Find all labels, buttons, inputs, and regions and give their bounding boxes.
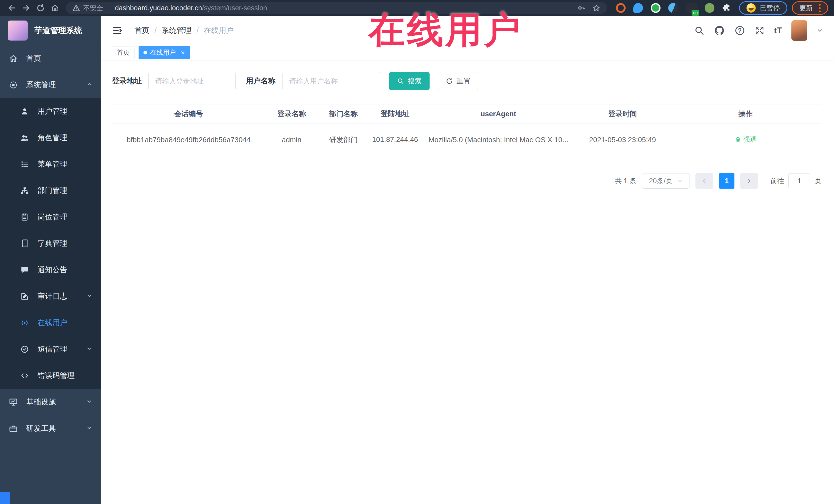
browser-update-button[interactable]: 更新: [792, 1, 828, 15]
sidebar-item-system-management[interactable]: 系统管理: [0, 72, 101, 98]
sidebar-item-dict-management[interactable]: 字典管理: [0, 230, 101, 257]
font-size-button[interactable]: tT: [774, 25, 782, 36]
fullscreen-button[interactable]: [754, 25, 765, 36]
sidebar-item-online-users[interactable]: 在线用户: [0, 309, 101, 336]
caret-down-icon: [816, 27, 823, 34]
sidebar-item-label: 字典管理: [38, 238, 67, 249]
login-address-input[interactable]: [148, 72, 236, 90]
home-icon: [9, 54, 18, 63]
table-header-row: 会话编号 登录名称 部门名称 登陆地址 userAgent 登录时间 操作: [112, 105, 821, 124]
sidebar-item-dev-tools[interactable]: 研发工具: [0, 415, 101, 442]
refresh-icon: [446, 78, 453, 85]
pagination-total: 共 1 条: [615, 176, 636, 185]
profile-emoji-icon: [746, 3, 756, 13]
chevron-right-icon: [746, 178, 752, 184]
browser-menu-icon[interactable]: [819, 4, 821, 12]
profile-paused-pill[interactable]: 已暂停: [739, 1, 787, 15]
login-address-label: 登录地址: [112, 76, 142, 86]
update-label: 更新: [799, 4, 813, 13]
col-dept-name: 部门名称: [318, 109, 369, 119]
sidebar: 芋道管理系统 首页 系统管理 用户管理 角色管理 菜单管理: [0, 16, 101, 504]
extension-search-icon[interactable]: [705, 3, 715, 13]
sidebar-item-infrastructure[interactable]: 基础设施: [0, 389, 101, 415]
users-icon: [20, 133, 29, 143]
toolbox-icon: [9, 424, 18, 433]
back-button[interactable]: [5, 1, 19, 15]
list-icon: [20, 160, 29, 169]
user-menu-caret[interactable]: [816, 27, 823, 34]
cell-login-ip: 101.87.244.46: [369, 134, 421, 146]
bookmark-star-icon[interactable]: [592, 4, 600, 12]
sidebar-item-label: 部门管理: [38, 185, 67, 196]
extension-on-badge: on: [692, 10, 699, 16]
sidebar-item-label: 角色管理: [38, 133, 67, 143]
extension-green-icon[interactable]: [651, 3, 660, 13]
search-icon: [397, 78, 404, 85]
force-logout-button[interactable]: 强退: [735, 135, 757, 144]
prev-page-button[interactable]: [696, 173, 714, 189]
sidebar-item-label: 菜单管理: [38, 159, 67, 169]
home-button[interactable]: [48, 1, 62, 15]
search-icon: [694, 25, 705, 36]
sidebar-item-audit-log[interactable]: 审计日志: [0, 283, 101, 309]
tag-home[interactable]: 首页: [112, 46, 134, 59]
cell-login-name: admin: [265, 136, 318, 144]
home-icon: [50, 4, 59, 12]
paused-label: 已暂停: [760, 4, 780, 13]
forward-button[interactable]: [19, 1, 34, 15]
sidebar-item-error-code-management[interactable]: 错误码管理: [0, 363, 101, 389]
sidebar-item-post-management[interactable]: 岗位管理: [0, 204, 101, 230]
sidebar-item-sms-management[interactable]: 短信管理: [0, 336, 101, 363]
sidebar-item-label: 首页: [26, 53, 41, 64]
address-divider: [109, 4, 109, 12]
breadcrumb-system[interactable]: 系统管理: [162, 25, 192, 36]
header-search-button[interactable]: [694, 25, 705, 36]
help-button[interactable]: [734, 25, 745, 36]
hamburger-icon: [112, 25, 123, 36]
app-header: 首页 / 系统管理 / 在线用户 tT: [101, 16, 834, 45]
reset-button[interactable]: 重置: [438, 72, 478, 90]
cell-user-agent: Mozilla/5.0 (Macintosh; Intel Mac OS X 1…: [421, 136, 575, 144]
breadcrumb-separator: /: [154, 26, 156, 35]
sidebar-item-menu-management[interactable]: 菜单管理: [0, 151, 101, 177]
col-login-ip: 登陆地址: [369, 108, 421, 119]
sidebar-item-notice[interactable]: 通知公告: [0, 257, 101, 283]
chevron-down-icon: [86, 345, 92, 353]
col-login-name: 登录名称: [265, 109, 318, 119]
insecure-label: 不安全: [83, 4, 103, 13]
sidebar-item-label: 错误码管理: [38, 371, 75, 381]
puzzle-extensions-icon[interactable]: [722, 3, 731, 13]
sidebar-toggle-button[interactable]: [112, 25, 123, 36]
next-page-button[interactable]: [740, 173, 758, 189]
sidebar-item-role-management[interactable]: 角色管理: [0, 125, 101, 151]
tag-online-users[interactable]: 在线用户 ×: [138, 46, 190, 59]
password-key-icon[interactable]: [577, 4, 586, 12]
sidebar-item-user-management[interactable]: 用户管理: [0, 98, 101, 125]
avatar[interactable]: [791, 20, 807, 41]
breadcrumb-home[interactable]: 首页: [134, 25, 149, 36]
username-label: 用户名称: [246, 76, 276, 86]
goto-page-input[interactable]: [788, 174, 810, 188]
sitemap-icon: [20, 186, 29, 195]
address-bar[interactable]: 不安全 dashboard.yudao.iocoder.cn/system/us…: [66, 2, 607, 14]
chevron-down-icon: [86, 424, 92, 433]
extension-flame-icon[interactable]: [668, 3, 678, 13]
browser-toolbar: 不安全 dashboard.yudao.iocoder.cn/system/us…: [0, 0, 834, 16]
username-input[interactable]: [282, 72, 381, 90]
tag-close-icon[interactable]: ×: [181, 49, 185, 56]
sidebar-item-label: 通知公告: [38, 265, 67, 275]
extension-blue-drop-icon[interactable]: [633, 3, 643, 13]
sidebar-item-home[interactable]: 首页: [0, 45, 101, 72]
sidebar-item-dept-management[interactable]: 部门管理: [0, 177, 101, 204]
search-button[interactable]: 搜索: [389, 72, 430, 90]
page-size-select[interactable]: 20条/页: [642, 173, 690, 189]
breadcrumb-separator: /: [197, 26, 199, 35]
reload-button[interactable]: [34, 1, 48, 15]
sidebar-item-label: 用户管理: [38, 106, 67, 116]
extension-switch-icon[interactable]: on: [686, 3, 697, 13]
extension-orange-icon[interactable]: [616, 3, 626, 13]
github-link[interactable]: [714, 25, 725, 36]
tag-label: 首页: [117, 48, 130, 57]
page-1-button[interactable]: 1: [719, 173, 734, 189]
comment-icon: [20, 265, 29, 275]
